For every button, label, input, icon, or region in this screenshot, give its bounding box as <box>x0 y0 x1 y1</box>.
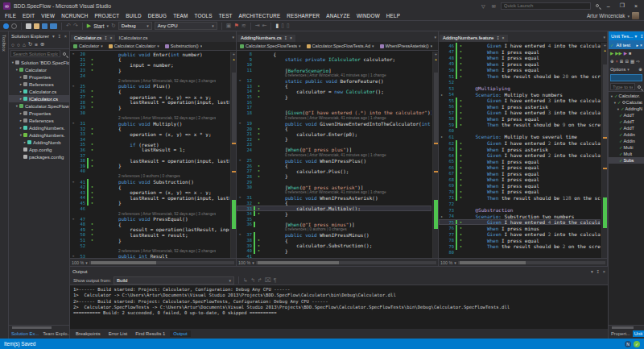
chevron-down-icon[interactable]: ▾ <box>52 34 55 39</box>
zoom-level[interactable]: 100 % <box>238 260 250 265</box>
code-line[interactable]: ▸74 Scenario: Substruction two numbers <box>439 213 601 219</box>
code-line[interactable]: 51● Then the result should be 20 on the … <box>439 73 601 80</box>
save-all-icon[interactable] <box>50 23 57 29</box>
account-area[interactable]: Artur Wincenciak ▾ <box>587 12 642 19</box>
undo-icon[interactable]: ↶ <box>66 22 71 30</box>
code-line[interactable]: 60 <box>439 128 601 135</box>
close-icon[interactable]: × <box>110 35 113 40</box>
toolbox-vertical-tab[interactable]: Toolbox <box>0 31 9 339</box>
menu-view[interactable]: VIEW <box>38 13 58 19</box>
tree-item[interactable]: ▸ICalculator.cs <box>9 95 69 102</box>
code-line[interactable]: 63● When I press asterisk <box>439 146 601 152</box>
export-icon[interactable]: ⇨ <box>636 59 640 64</box>
remove-icon[interactable]: × <box>616 59 618 64</box>
zoom-level[interactable]: 100 % <box>72 260 84 265</box>
help-icon[interactable]: ⊕ <box>638 67 642 72</box>
code-area[interactable]: 8 {9 static private ICalculator calculat… <box>237 51 438 258</box>
code-line[interactable]: 50● When I press equal <box>439 67 601 73</box>
code-line[interactable]: 29● } <box>70 105 229 110</box>
tool-tab-output[interactable]: Output <box>170 330 190 337</box>
code-line[interactable]: 73 @Substraction <box>439 207 601 214</box>
next-message-icon[interactable]: ↱ <box>258 276 262 285</box>
code-line[interactable]: 48● When I press equal <box>439 55 601 61</box>
configuration-dropdown[interactable]: Debug▾ <box>118 22 152 30</box>
code-line[interactable]: 52 <box>70 243 229 248</box>
group-by-icon[interactable]: ▦ <box>630 59 634 64</box>
tree-item[interactable]: ▸References <box>9 117 69 124</box>
code-line[interactable]: 28● } <box>237 174 431 180</box>
test-tree-item[interactable]: ✓AddT <box>609 118 644 125</box>
tool-tab-find-results-1[interactable]: Find Results 1 <box>132 330 168 337</box>
tree-item[interactable]: App.config <box>9 146 69 153</box>
open-folder-icon[interactable] <box>34 23 39 29</box>
code-line[interactable]: 69● When I press equal <box>439 183 601 189</box>
word-wrap-icon[interactable]: ¶ <box>274 276 277 285</box>
run-tests-icon[interactable]: ▶ <box>610 51 613 56</box>
pin-icon[interactable]: ↧ <box>57 34 61 39</box>
code-line[interactable]: 56● When I press asterisk <box>439 103 601 110</box>
code-line[interactable]: 16 <box>237 99 431 105</box>
menu-build[interactable]: BUILD <box>122 13 145 19</box>
test-tree-item[interactable]: ✓Subs <box>609 157 644 164</box>
code-line[interactable]: 23● } <box>70 68 229 73</box>
goto-message-icon[interactable]: ↳ <box>243 276 248 285</box>
ncrunch-secondary-icon[interactable] <box>11 23 17 29</box>
test-tree-item[interactable]: ✓AddT <box>609 112 644 118</box>
code-line[interactable]: 55● Given I have entered 3 into the calc… <box>439 98 601 104</box>
comment-icon[interactable]: ⇥ <box>255 22 260 30</box>
close-icon[interactable]: × <box>603 269 605 274</box>
tree-item[interactable]: ▸AddingNumb <box>9 139 69 146</box>
horizontal-scrollbar[interactable] <box>89 261 234 264</box>
dock-tab[interactable]: Team Explo... <box>41 330 69 337</box>
tab-list-icon[interactable]: ▾ <box>603 35 605 39</box>
horizontal-scrollbar[interactable] <box>609 325 644 329</box>
code-line[interactable]: 76● When I press minus <box>439 225 601 231</box>
collapse-all-icon[interactable]: ≡ <box>35 42 38 48</box>
code-line[interactable]: ▸54 Scenario: Multiply two numbers <box>439 91 601 98</box>
close-icon[interactable]: × <box>640 43 642 48</box>
flag-icon[interactable]: ⚑ <box>233 22 238 30</box>
document-tab[interactable]: ICalculator.cs <box>115 35 151 42</box>
code-line[interactable]: ▸61 Scenario: Multiply two several time <box>439 134 601 140</box>
quick-launch-input[interactable] <box>501 2 591 10</box>
code-line[interactable]: 58● When I press equal <box>439 116 601 123</box>
pin-icon[interactable]: ↧ <box>104 35 107 40</box>
new-session-icon[interactable]: ▸ <box>637 43 639 48</box>
menu-test[interactable]: TEST <box>216 13 236 19</box>
code-line[interactable]: 72 <box>439 201 601 207</box>
solution-search-input[interactable] <box>10 50 60 57</box>
menu-ncrunch[interactable]: NCRUNCH <box>58 13 91 19</box>
test-tree-item[interactable]: ▾✓AddingN <box>609 106 644 112</box>
code-line[interactable]: 34● } <box>237 211 431 217</box>
output-content[interactable]: 1>------ Build started: Project: Calcula… <box>70 285 608 329</box>
nav-dropdown[interactable]: Calculator▾ <box>73 44 103 48</box>
start-debug-icon[interactable]: ▶ <box>87 22 91 30</box>
menu-file[interactable]: FILE <box>2 13 19 19</box>
menu-debug[interactable]: DEBUG <box>145 13 170 19</box>
chevron-down-icon[interactable]: ▾ <box>634 34 637 39</box>
nav-dropdown[interactable]: Calculator.SpecFlowTests▾ <box>240 44 301 48</box>
prev-message-icon[interactable]: ↰ <box>250 276 255 285</box>
uncomment-icon[interactable]: ⇤ <box>262 22 267 30</box>
stop-icon[interactable]: ■ <box>629 51 631 56</box>
code-line[interactable]: 80 <box>439 250 601 256</box>
tree-item[interactable]: ▸Properties <box>9 110 69 117</box>
menu-project[interactable]: PROJECT <box>91 13 122 19</box>
dock-tab[interactable]: Unit Te... <box>633 330 644 337</box>
session-indicator[interactable] <box>610 74 642 81</box>
code-line[interactable]: 71● Then the result should be 128 on the… <box>439 195 601 202</box>
properties-icon[interactable]: ⊕ <box>40 41 44 48</box>
vertical-scrollbar[interactable]: +▲ <box>432 52 438 258</box>
find-icon[interactable]: ▣ <box>226 22 232 30</box>
menu-tools[interactable]: TOOLS <box>191 13 215 19</box>
platform-dropdown[interactable]: Any CPU▾ <box>155 22 217 30</box>
code-line[interactable]: 24 <box>70 73 229 78</box>
code-line[interactable]: 22● } <box>237 137 431 143</box>
code-line[interactable]: 40 <box>70 168 229 174</box>
expand-all-icon[interactable]: ⊞ <box>620 59 624 64</box>
home-icon[interactable]: ⌂ <box>23 42 26 48</box>
forward-icon[interactable]: ○ <box>17 42 20 48</box>
code-line[interactable]: 46 <box>70 206 229 211</box>
code-line[interactable]: 79● Then the result should be 2 on the s… <box>439 243 601 250</box>
clear-all-icon[interactable]: ⌧ <box>265 276 271 285</box>
